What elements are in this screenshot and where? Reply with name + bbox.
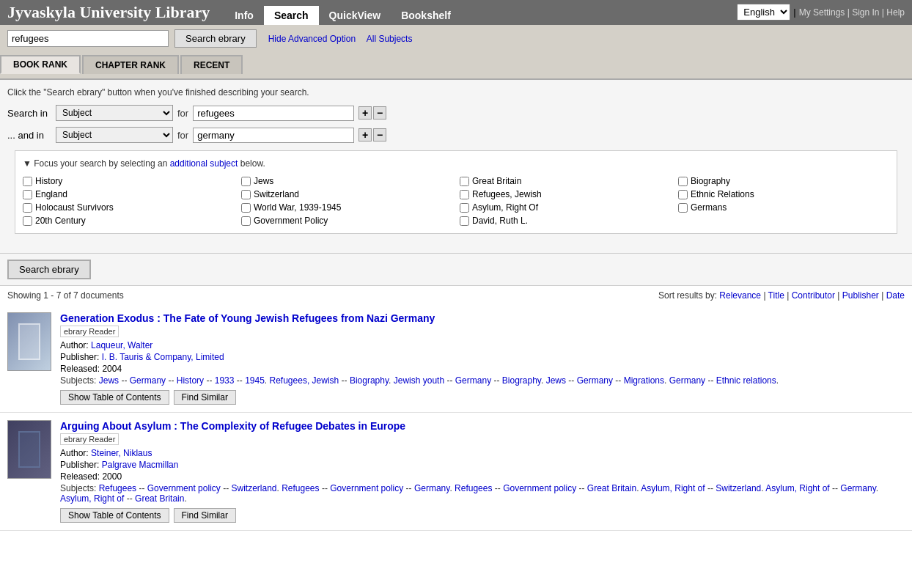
subj-jewish-youth[interactable]: Jewish youth [394,375,444,386]
subj-biography-2[interactable]: Biography [502,375,541,386]
sort-title[interactable]: Title [768,290,784,301]
subj-germany-3[interactable]: Germany [577,375,613,386]
sign-in-link[interactable]: Sign In [852,7,879,18]
subj-switzerland-1[interactable]: Switzerland [231,483,276,493]
search-query-1[interactable] [193,106,354,121]
filter-history[interactable]: History [23,176,234,186]
tab-quickview[interactable]: QuickView [319,6,391,25]
all-subjects-link[interactable]: All Subjects [367,34,413,44]
tab-bookshelf[interactable]: Bookshelf [391,6,461,25]
chapter-rank-tab[interactable]: CHAPTER RANK [82,55,179,74]
filter-20th-century-checkbox[interactable] [23,216,32,226]
filter-england-checkbox[interactable] [23,190,32,199]
sort-date[interactable]: Date [886,290,905,301]
subj-asylum-2[interactable]: Asylum, Right of [765,483,829,493]
subj-switzerland-2[interactable]: Switzerland [716,483,761,493]
subj-gov-policy-1[interactable]: Government policy [147,483,221,493]
filter-government-policy-checkbox[interactable] [241,216,251,226]
subj-1933[interactable]: 1933 [215,375,235,386]
subj-gov-policy-3[interactable]: Government policy [503,483,576,493]
filter-wwii-checkbox[interactable] [241,203,251,213]
subj-jews-2[interactable]: Jews [546,375,566,386]
add-row-button-2[interactable]: + [358,128,372,142]
subj-germany-1[interactable]: Germany [130,375,166,386]
tab-info[interactable]: Info [224,6,264,25]
filter-holocaust-checkbox[interactable] [23,203,32,213]
remove-row-button-2[interactable]: − [373,128,386,142]
search-query-2[interactable] [193,128,354,143]
subj-history[interactable]: History [177,375,204,386]
subj-refugees-2[interactable]: Refugees [282,483,319,493]
filter-refugees-jewish[interactable]: Refugees, Jewish [460,189,671,199]
filter-wwii[interactable]: World War, 1939-1945 [241,202,452,213]
filter-government-policy[interactable]: Government Policy [241,216,452,226]
author-link-2[interactable]: Steiner, Niklaus [91,448,152,458]
filter-asylum-checkbox[interactable] [460,203,469,213]
filter-20th-century[interactable]: 20th Century [23,216,234,226]
subj-great-britain-2[interactable]: Great Britain [135,493,184,504]
find-similar-button-2[interactable]: Find Similar [174,508,236,523]
filter-asylum[interactable]: Asylum, Right Of [460,202,671,213]
filter-history-checkbox[interactable] [23,177,32,186]
filter-switzerland[interactable]: Switzerland [241,189,452,199]
subj-germany-2[interactable]: Germany [455,375,491,386]
filter-ethnic-relations-checkbox[interactable] [678,190,688,199]
filter-holocaust[interactable]: Holocaust Survivors [23,202,234,213]
my-settings-link[interactable]: My Settings [799,7,845,18]
filter-david[interactable]: David, Ruth L. [460,216,671,226]
author-link-1[interactable]: Laqueur, Walter [91,340,152,350]
filter-refugees-jewish-checkbox[interactable] [460,190,469,199]
and-in-select[interactable]: Subject Title Author Publisher ISBN All … [56,127,173,143]
find-similar-button-1[interactable]: Find Similar [174,390,236,405]
filter-biography[interactable]: Biography [678,176,889,186]
subj-gov-policy-2[interactable]: Government policy [330,483,403,493]
subj-biography-1[interactable]: Biography [350,375,389,386]
filter-germans-checkbox[interactable] [678,203,688,213]
sort-contributor[interactable]: Contributor [792,290,835,301]
sort-publisher[interactable]: Publisher [842,290,879,301]
subj-jews[interactable]: Jews [99,375,119,386]
filter-ethnic-relations[interactable]: Ethnic Relations [678,189,889,199]
filter-great-britain[interactable]: Great Britain [460,176,671,186]
subj-germany-b2[interactable]: Germany [840,483,875,493]
book-rank-tab[interactable]: BOOK RANK [0,55,81,74]
subj-1945[interactable]: 1945 [245,375,265,386]
recent-tab[interactable]: RECENT [180,55,243,74]
filter-david-checkbox[interactable] [460,216,469,226]
show-toc-button-1[interactable]: Show Table of Contents [60,390,169,405]
search-button[interactable]: Search ebrary [7,260,91,279]
tab-search[interactable]: Search [264,6,319,25]
search-ebrary-button[interactable]: Search ebrary [174,29,257,48]
publisher-link-1[interactable]: I. B. Tauris & Company, Limited [102,352,224,362]
subj-refugees-jewish[interactable]: Refugees, Jewish [270,375,339,386]
subj-migrations[interactable]: Migrations [624,375,664,386]
book-title-2[interactable]: Arguing About Asylum : The Complexity of… [60,420,905,432]
filter-biography-checkbox[interactable] [678,177,688,186]
search-in-label: Search in [7,108,51,119]
search-in-select[interactable]: Subject Title Author Publisher ISBN All … [56,105,173,121]
subj-germany-4[interactable]: Germany [669,375,705,386]
subj-refugees-1[interactable]: Refugees [99,483,136,493]
book-title-1[interactable]: Generation Exodus : The Fate of Young Je… [60,312,905,324]
filter-jews[interactable]: Jews [241,176,452,186]
filter-switzerland-checkbox[interactable] [241,190,251,199]
language-select[interactable]: English Finnish [737,4,790,21]
subj-ethnic-relations[interactable]: Ethnic relations [716,375,776,386]
filter-jews-checkbox[interactable] [241,177,251,186]
filter-great-britain-checkbox[interactable] [460,177,469,186]
search-input[interactable] [7,30,169,47]
help-link[interactable]: Help [886,7,905,18]
remove-row-button[interactable]: − [373,106,386,120]
subj-germany-b1[interactable]: Germany [414,483,449,493]
subj-asylum-3[interactable]: Asylum, Right of [60,493,124,504]
publisher-link-2[interactable]: Palgrave Macmillan [102,460,179,470]
add-row-button[interactable]: + [358,106,372,120]
hide-advanced-link[interactable]: Hide Advanced Option [268,34,356,44]
subj-asylum-1[interactable]: Asylum, Right of [641,483,705,493]
sort-relevance[interactable]: Relevance [719,290,761,301]
filter-england[interactable]: England [23,189,234,199]
subj-refugees-3[interactable]: Refugees [455,483,492,493]
filter-germans[interactable]: Germans [678,202,889,213]
subj-great-britain-1[interactable]: Great Britain [587,483,636,493]
show-toc-button-2[interactable]: Show Table of Contents [60,508,169,523]
